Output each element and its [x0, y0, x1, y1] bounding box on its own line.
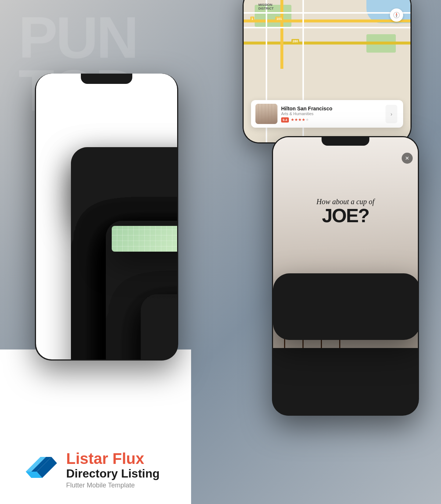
map-listing-subtitle: Arts & Humanities [281, 111, 332, 116]
bg-letter-1: PUN [18, 11, 137, 64]
phone-gallery: How about a cup of JOE? ✕ Image Gal [272, 136, 419, 416]
app-name: Listar Flux [66, 450, 159, 467]
app-subtitle: Directory Listing [66, 467, 159, 480]
phone-listing-detail: 100% ▲ ● ■ ← ⊞ Steve Garrett Created on … [35, 74, 178, 361]
svg-marker-2 [396, 15, 397, 18]
map-score: 9.4 [281, 117, 289, 123]
phone-map: MISSIONDISTRICT 101 280 1 Hilton San Fra… [243, 0, 412, 143]
close-button[interactable]: ✕ [402, 153, 413, 164]
joe-big-text: JOE? [316, 206, 374, 225]
phone-gallery-screen: How about a cup of JOE? ✕ Image Gal [273, 137, 418, 415]
map-road-v1 [280, 0, 283, 69]
phone-map-screen: MISSIONDISTRICT 101 280 1 Hilton San Fra… [244, 0, 410, 142]
map-listing-thumbnail [255, 104, 277, 124]
map-rating-row: 9.4 ★★★★★ [281, 117, 332, 123]
map-listing-info: Hilton San Francisco Arts & Humanities 9… [281, 106, 332, 123]
map-thin-h1 [244, 12, 410, 14]
svg-marker-1 [396, 13, 397, 15]
map-listing-title: Hilton San Francisco [281, 106, 332, 111]
branding-section: Listar Flux Directory Listing Flutter Mo… [22, 450, 159, 489]
map-thin-h2 [244, 27, 410, 28]
map-label-mission: MISSIONDISTRICT [258, 3, 274, 10]
phone-left-screen: 100% ▲ ● ■ ← ⊞ Steve Garrett Created on … [36, 74, 177, 359]
map-label-280: 280 [291, 39, 299, 43]
gallery-section: Image Gallery JOE? GETSHITDONE GETSHITDO… [273, 273, 418, 340]
map-background: MISSIONDISTRICT 101 280 1 Hilton San Fra… [244, 0, 410, 142]
template-label: Flutter Mobile Template [66, 482, 159, 489]
price-value: $46.00 to $93.00 [141, 294, 177, 359]
map-stars: ★★★★★ [291, 117, 309, 122]
map-listing-card[interactable]: Hilton San Francisco Arts & Humanities 9… [251, 100, 403, 128]
flutter-logo [22, 451, 59, 488]
map-arrow-button[interactable]: › [386, 105, 397, 123]
map-label-1: 1 [250, 17, 254, 21]
listing-content: Lounge Coffee Bar ♥ Arts & Humanities Fe… [71, 147, 177, 359]
map-preview[interactable] [112, 226, 177, 252]
map-road-280 [244, 42, 410, 45]
brand-text: Listar Flux Directory Listing Flutter Mo… [66, 450, 159, 489]
map-label-101: 101 [275, 17, 283, 21]
phone-left-notch [81, 74, 132, 84]
phone-gallery-notch [322, 136, 369, 146]
joe-text: How about a cup of JOE? [316, 197, 374, 225]
compass-button[interactable] [390, 8, 403, 22]
map-road-101 [244, 19, 410, 22]
